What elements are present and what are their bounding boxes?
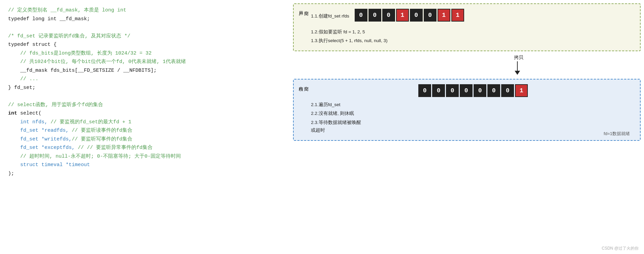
- arrow-copy-area: 拷贝: [511, 55, 523, 75]
- code-line-16: // 超时时间, null-永不超时; 0-不阻塞等待; 大于0-固定等待时间: [8, 152, 282, 161]
- kbit-2: 0: [446, 84, 459, 97]
- step1-1-row: 1.1.创建fd_set rfds 0 0 0 1 0 0 1 1: [311, 7, 635, 25]
- arrow-line: [517, 61, 518, 71]
- code-line-1: // 定义类型别名 __fd_mask, 本质是 long int: [8, 6, 282, 15]
- step2-1-label: 2.1.遍历fd_set: [311, 101, 635, 109]
- code-line-13: fd_set *readfds, // 要监听读事件的fd集合: [8, 126, 282, 135]
- bit-1: 0: [368, 9, 381, 22]
- code-line-4: typedef struct {: [8, 40, 282, 49]
- bit-2: 0: [382, 9, 395, 22]
- code-line-7: __fd_mask fds_bits[__FD_SETSIZE / __NFDB…: [8, 66, 282, 75]
- step2-2-label: 2.2.没有就绪, 则休眠: [311, 110, 635, 118]
- bit-3: 1: [396, 9, 409, 22]
- code-line-10: // select函数, 用于监听多个fd的集合: [8, 101, 282, 109]
- code-line-blank-1: [8, 23, 282, 32]
- code-line-blank-2: [8, 92, 282, 101]
- kbit-0: 0: [418, 84, 431, 97]
- bit-0: 0: [355, 9, 367, 22]
- code-line-12: int nfds, // 要监视的fd_set的最大fd + 1: [8, 118, 282, 127]
- code-line-15: fd_set *exceptfds, // // 要监听异常事件的fd集合: [8, 144, 282, 152]
- kbit-3: 0: [460, 84, 473, 97]
- user-space-label: 用户空间: [298, 7, 309, 8]
- user-space-content: 1.1.创建fd_set rfds 0 0 0 1 0 0 1 1 1.2.假如…: [311, 7, 635, 46]
- code-line-2: typedef long int __fd_mask;: [8, 15, 282, 24]
- code-line-9: } fd_set;: [8, 84, 282, 92]
- bit-4: 0: [410, 9, 423, 22]
- kbit-4: 0: [474, 84, 486, 97]
- step2-3-label: 2.3.等待数据就绪被唤醒或超时: [311, 119, 635, 134]
- step1-3-label: 1.3.执行select(5 + 1, rfds, null, null, 3): [311, 37, 635, 45]
- arrow-head: [515, 71, 520, 75]
- bit-6: 1: [438, 9, 450, 22]
- diagram-panel: 用户空间 1.1.创建fd_set rfds 0 0 0 1 0 0 1: [290, 0, 644, 254]
- code-line-5: // fds_bits是long类型数组, 长度为 1024/32 = 32: [8, 49, 282, 58]
- kernel-bit-row: 0 0 0 0 0 0 0 1: [311, 84, 635, 97]
- code-line-3: /* fd_set 记录要监听的fd集合, 及其对应状态 */: [8, 32, 282, 41]
- kernel-space-box: 内核空间 0 0 0 0 0 0 0 1 2.1.遍历fd_set 2.2.没有…: [293, 79, 641, 141]
- step1-1-label: 1.1.创建fd_set rfds: [311, 12, 349, 20]
- code-line-18: );: [8, 169, 282, 178]
- kernel-space-label: 内核空间: [298, 83, 309, 84]
- main-container: // 定义类型别名 __fd_mask, 本质是 long int typede…: [0, 0, 644, 254]
- bit-5: 0: [424, 9, 437, 22]
- kbit-5: 0: [487, 84, 500, 97]
- bit-7: 1: [451, 9, 464, 22]
- kbit-6: 0: [501, 84, 514, 97]
- copy-transition: 拷贝: [293, 54, 641, 76]
- code-line-14: fd_set *writefds,// 要监听写事件的fd集合: [8, 135, 282, 144]
- user-space-box: 用户空间 1.1.创建fd_set rfds 0 0 0 1 0 0 1: [293, 3, 641, 51]
- code-line-6: // 共1024个bit位, 每个bit位代表一个fd, 0代表未就绪, 1代表…: [8, 58, 282, 66]
- kernel-space-content: 0 0 0 0 0 0 0 1 2.1.遍历fd_set 2.2.没有就绪, 则…: [311, 83, 635, 135]
- code-line-11: int select(: [8, 109, 282, 118]
- step1-2-label: 1.2.假如要监听 fd = 1, 2, 5: [311, 28, 635, 36]
- code-line-17: struct timeval *timeout: [8, 161, 282, 169]
- fd-ready-label: fd=1数据就绪: [604, 131, 630, 137]
- watermark: CSDN @过了火的你: [602, 246, 639, 251]
- kernel-space-row: 内核空间 0 0 0 0 0 0 0 1 2.1.遍历fd_set 2.2.没有…: [298, 83, 635, 135]
- kbit-7: 1: [515, 84, 528, 97]
- down-arrow: [515, 61, 520, 75]
- copy-label: 拷贝: [514, 55, 523, 61]
- kbit-1: 0: [432, 84, 445, 97]
- code-line-8: // ...: [8, 75, 282, 84]
- code-panel: // 定义类型别名 __fd_mask, 本质是 long int typede…: [0, 0, 290, 254]
- copy-label-row: 拷贝: [511, 55, 523, 61]
- user-space-row: 用户空间 1.1.创建fd_set rfds 0 0 0 1 0 0 1: [298, 7, 635, 46]
- user-bit-row: 0 0 0 1 0 0 1 1: [355, 9, 464, 22]
